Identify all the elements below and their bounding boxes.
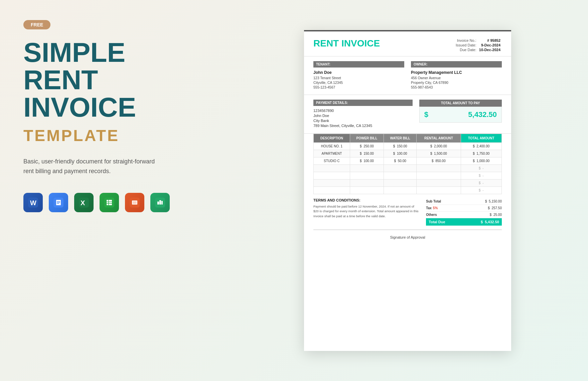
cell-total: $ 2,400.00 xyxy=(461,143,501,150)
others-row: Others $ 25.00 xyxy=(426,212,502,218)
payment-name: John Doe xyxy=(313,114,413,118)
cell-desc: HOUSE NO. 1 xyxy=(314,143,350,150)
invoice-table: DESCRIPTION POWER BILL WATER BILL RENTAL… xyxy=(313,134,502,194)
svg-text:X: X xyxy=(81,199,85,207)
cell-total: $ 1,000.00 xyxy=(461,157,501,165)
cell-rental: $ 850.00 xyxy=(417,157,461,165)
word-icon: W xyxy=(23,193,43,212)
cell-total: $ - xyxy=(461,172,501,179)
excel-icon: X xyxy=(74,193,94,212)
parties-section: TENANT: John Doe 123 Tenant Street Cityv… xyxy=(304,56,511,95)
cell-total: $ - xyxy=(461,187,501,194)
sub-title: TEMPLATE xyxy=(23,126,204,145)
terms-text: Payment should be paid before 12 Novembe… xyxy=(313,204,419,219)
payment-total-row: PAYMENT DETAILS: 1234567890 John Doe Cit… xyxy=(304,95,511,134)
svg-rect-20 xyxy=(161,201,163,205)
cell-rental xyxy=(417,187,461,194)
total-due-row: Total Due $ 5,432.50 xyxy=(426,218,502,226)
table-row: HOUSE NO. 1 $ 250.00 $ 150.00 $ 2,000.00… xyxy=(314,143,502,150)
invoice-no-label: Invoice No.: xyxy=(454,38,478,43)
tenant-block: TENANT: John Doe 123 Tenant Street Cityv… xyxy=(313,61,404,90)
cell-rental xyxy=(417,179,461,187)
payment-header: PAYMENT DETAILS: xyxy=(313,100,413,106)
svg-rect-19 xyxy=(159,200,161,205)
table-row: $ - xyxy=(314,187,502,194)
total-amount-box: $ 5,432.50 xyxy=(419,107,502,123)
left-panel: FREE SIMPLE RENT INVOICE TEMPLATE Basic,… xyxy=(0,0,227,381)
cell-rental xyxy=(417,172,461,179)
svg-rect-6 xyxy=(57,203,59,204)
cell-power xyxy=(350,165,384,172)
table-row: APARTMENT $ 150.00 $ 100.00 $ 1,500.00 $… xyxy=(314,150,502,157)
cell-water xyxy=(384,179,417,187)
cell-total: $ - xyxy=(461,165,501,172)
cell-water: $ 100.00 xyxy=(384,150,417,157)
cell-power xyxy=(350,172,384,179)
total-due-label: Total Due xyxy=(429,220,445,224)
tenant-address2: Cityville, CA 12345 xyxy=(313,81,404,85)
table-row: $ - xyxy=(314,172,502,179)
slides-icon xyxy=(125,193,144,212)
th-total-amount: TOTAL AMOUNT xyxy=(461,134,501,143)
right-panel: RENT INVOICE Invoice No.: # 95852 Issued… xyxy=(227,0,588,381)
payment-account: 1234567890 xyxy=(313,109,413,113)
totals-summary: Sub Total $ 5,150.00 Tax5% $ 257.50 Othe… xyxy=(426,198,502,226)
th-water-bill: WATER BILL xyxy=(384,134,417,143)
subtotal-row: Sub Total $ 5,150.00 xyxy=(426,198,502,205)
cell-rental: $ 2,000.00 xyxy=(417,143,461,150)
app-icons: W X xyxy=(23,193,204,212)
total-block: TOTAL AMOUNT TO PAY $ 5,432.50 xyxy=(419,100,502,129)
cell-desc xyxy=(314,172,350,179)
payment-bank: City Bank xyxy=(313,119,413,123)
th-rental-amount: RENTAL AMOUNT xyxy=(417,134,461,143)
owner-block: OWNER: Property Management LLC 456 Owner… xyxy=(411,61,502,90)
th-description: DESCRIPTION xyxy=(314,134,350,143)
total-dollar: $ xyxy=(424,110,428,119)
cell-rental xyxy=(417,165,461,172)
svg-rect-10 xyxy=(107,200,112,205)
cell-desc xyxy=(314,179,350,187)
sheets-icon xyxy=(100,193,119,212)
owner-name: Property Management LLC xyxy=(411,70,502,75)
cell-power xyxy=(350,187,384,194)
svg-rect-16 xyxy=(133,201,137,204)
main-title: SIMPLE RENT INVOICE xyxy=(23,39,204,121)
owner-address1: 456 Owner Avenue xyxy=(411,76,502,80)
signature-section: Signature of Approval xyxy=(313,230,502,246)
cell-water xyxy=(384,187,417,194)
tenant-name: John Doe xyxy=(313,70,404,75)
tenant-phone: 555-123-4567 xyxy=(313,85,404,89)
invoice-document: RENT INVOICE Invoice No.: # 95852 Issued… xyxy=(304,30,511,351)
numbers-icon xyxy=(150,193,170,212)
owner-header: OWNER: xyxy=(411,61,502,68)
svg-rect-18 xyxy=(157,202,159,205)
table-row: $ - xyxy=(314,165,502,172)
due-date-label: Due Date: xyxy=(454,47,478,52)
issued-date-value: 9-Dec-2024 xyxy=(478,43,502,47)
cell-water xyxy=(384,172,417,179)
tenant-address1: 123 Tenant Street xyxy=(313,76,404,80)
cell-total: $ - xyxy=(461,179,501,187)
invoice-title: RENT INVOICE xyxy=(313,38,380,49)
issued-date-label: Issued Date: xyxy=(454,43,478,47)
invoice-no-value: # 95852 xyxy=(478,38,502,43)
svg-rect-4 xyxy=(57,201,60,202)
cell-water: $ 150.00 xyxy=(384,143,417,150)
signature-label: Signature of Approval xyxy=(390,235,425,239)
invoice-table-container: DESCRIPTION POWER BILL WATER BILL RENTAL… xyxy=(304,134,511,194)
tax-value: $ 257.50 xyxy=(488,206,502,210)
cell-total: $ 1,750.00 xyxy=(461,150,501,157)
svg-rect-5 xyxy=(57,202,60,203)
owner-address2: Property City, CA 67890 xyxy=(411,81,502,85)
subtotal-label: Sub Total xyxy=(426,200,441,203)
table-row: $ - xyxy=(314,179,502,187)
cell-power xyxy=(350,179,384,187)
cell-power: $ 150.00 xyxy=(350,150,384,157)
subtotal-value: $ 5,150.00 xyxy=(485,200,502,203)
tax-label: Tax5% xyxy=(426,206,439,210)
cell-power: $ 100.00 xyxy=(350,157,384,165)
others-value: $ 25.00 xyxy=(490,213,502,217)
cell-rental: $ 1,500.00 xyxy=(417,150,461,157)
terms-title: TERMS AND CONDITIONS: xyxy=(313,198,419,202)
description: Basic, user-friendly document for straig… xyxy=(23,157,164,176)
